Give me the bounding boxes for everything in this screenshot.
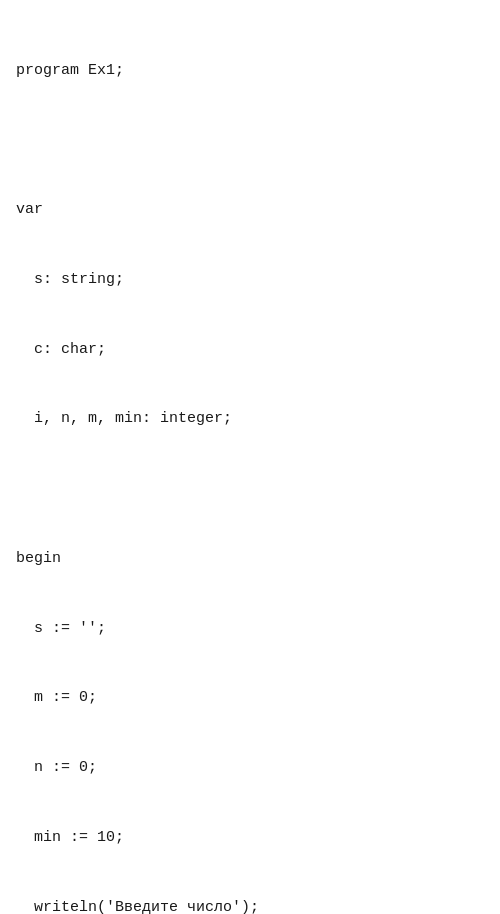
line-s-string: s: string; xyxy=(16,268,484,291)
line-writeln-1: writeln('Введите число'); xyxy=(16,896,484,915)
line-begin: begin xyxy=(16,547,484,570)
line-n-assign: n := 0; xyxy=(16,756,484,779)
line-vars: i, n, m, min: integer; xyxy=(16,407,484,430)
line-m-assign: m := 0; xyxy=(16,686,484,709)
empty-line-2 xyxy=(16,477,484,500)
line-1: program Ex1; xyxy=(16,59,484,82)
code-display: program Ex1; var s: string; c: char; i, … xyxy=(16,12,484,914)
line-var: var xyxy=(16,198,484,221)
empty-line-1 xyxy=(16,128,484,151)
line-s-assign: s := ''; xyxy=(16,617,484,640)
line-min-assign: min := 10; xyxy=(16,826,484,849)
line-c-char: c: char; xyxy=(16,338,484,361)
